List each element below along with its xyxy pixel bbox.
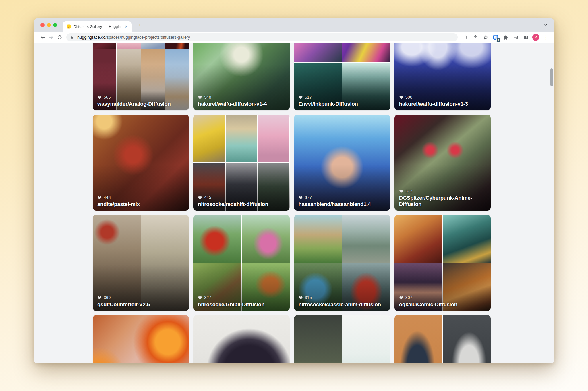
heart-icon	[299, 195, 303, 200]
back-button[interactable]	[38, 33, 47, 42]
model-image-tile	[193, 315, 289, 363]
model-image-tile	[443, 315, 491, 363]
model-card[interactable]: 500 hakurei/waifu-diffusion-v1-3	[394, 43, 491, 110]
likes-row: 445	[198, 195, 285, 200]
heart-icon	[97, 95, 102, 99]
likes-row: 307	[399, 295, 487, 300]
url-path: /spaces/huggingface-projects/diffusers-g…	[105, 35, 190, 40]
model-name: nitrosocke/classic-anim-diffusion	[299, 301, 386, 308]
zoom-magnifier-button[interactable]	[461, 33, 470, 42]
model-image-tile	[117, 43, 140, 49]
model-image-tile	[294, 43, 342, 62]
browser-menu-button[interactable]: ⋮	[541, 33, 550, 42]
forward-button[interactable]	[47, 33, 55, 42]
model-name: Envvi/Inkpunk-Diffusion	[299, 101, 386, 107]
model-card[interactable]: 315 nitrosocke/classic-anim-diffusion	[294, 215, 390, 311]
share-button[interactable]	[471, 33, 480, 42]
puzzle-icon	[503, 35, 508, 40]
profile-button[interactable]: V	[531, 33, 540, 42]
likes-row: 327	[198, 295, 285, 300]
likes-row: 377	[299, 195, 386, 200]
magnifier-icon	[463, 35, 468, 40]
card-meta: 565 wavymulder/Analog-Diffusion	[97, 95, 185, 107]
model-thumbnails	[93, 315, 189, 363]
model-card[interactable]: 372 DGSpitzer/Cyberpunk-Anime-Diffusion	[394, 115, 491, 211]
lock-icon	[70, 35, 74, 39]
address-bar[interactable]: huggingface.co/spaces/huggingface-projec…	[66, 33, 458, 41]
model-card-grid: 565 wavymulder/Analog-Diffusion 548 haku…	[93, 43, 491, 363]
likes-count: 448	[104, 195, 111, 200]
browser-titlebar: Diffusers Gallery - a Hugging F ✕ +	[34, 18, 554, 32]
window-zoom-button[interactable]	[53, 23, 57, 27]
profile-avatar: V	[532, 34, 539, 41]
page-scrollbar[interactable]	[550, 68, 553, 86]
model-image-tile	[443, 215, 491, 263]
model-card[interactable]: 307 ogkalu/Comic-Diffusion	[394, 215, 491, 311]
likes-count: 315	[305, 295, 312, 300]
likes-row: 448	[97, 195, 185, 200]
model-card[interactable]	[294, 315, 390, 363]
model-image-tile	[165, 43, 189, 49]
model-card[interactable]	[193, 315, 289, 363]
hugging-face-favicon-icon	[66, 24, 71, 29]
likes-count: 327	[204, 295, 211, 300]
forward-arrow-icon	[49, 35, 54, 40]
new-tab-button[interactable]: +	[136, 21, 144, 29]
bookmark-button[interactable]	[481, 33, 490, 42]
likes-count: 377	[305, 195, 312, 200]
card-meta: 500 hakurei/waifu-diffusion-v1-3	[399, 95, 487, 107]
card-meta: 372 DGSpitzer/Cyberpunk-Anime-Diffusion	[399, 189, 487, 207]
media-controls-button[interactable]	[511, 33, 520, 42]
model-thumbnails	[193, 315, 289, 363]
reload-button[interactable]	[55, 33, 64, 42]
extensions-button[interactable]	[501, 33, 510, 42]
password-extension-button[interactable]: 2	[491, 33, 500, 42]
model-card[interactable]: 548 hakurei/waifu-diffusion-v1-4	[193, 43, 289, 110]
model-image-tile	[258, 115, 289, 162]
likes-count: 548	[204, 95, 211, 99]
model-card[interactable]: 327 nitrosocke/Ghibli-Diffusion	[193, 215, 289, 311]
model-card[interactable]: 377 hassanblend/hassanblend1.4	[294, 115, 390, 211]
card-meta: 445 nitrosocke/redshift-diffusion	[198, 195, 285, 207]
likes-row: 372	[399, 189, 487, 193]
tab-search-chevron-icon[interactable]	[543, 23, 548, 27]
card-meta: 448 andite/pastel-mix	[97, 195, 185, 207]
card-meta: 327 nitrosocke/Ghibli-Diffusion	[198, 295, 285, 308]
window-close-button[interactable]	[40, 23, 45, 27]
tab-close-icon[interactable]: ✕	[123, 24, 129, 29]
model-name: hassanblend/hassanblend1.4	[299, 201, 386, 207]
url-host: huggingface.co	[77, 35, 105, 40]
likes-count: 369	[104, 295, 111, 300]
model-name: hakurei/waifu-diffusion-v1-3	[399, 101, 487, 107]
likes-row: 548	[198, 95, 285, 99]
model-image-tile	[294, 215, 342, 263]
model-card[interactable]: 448 andite/pastel-mix	[93, 115, 189, 211]
model-name: gsdf/Counterfeit-V2.5	[97, 301, 185, 308]
model-name: ogkalu/Comic-Diffusion	[399, 301, 487, 308]
model-card[interactable]: 445 nitrosocke/redshift-diffusion	[193, 115, 289, 211]
model-thumbnails	[394, 315, 491, 363]
model-image-tile	[93, 315, 189, 363]
heart-icon	[399, 189, 403, 193]
extension-badge: 2	[496, 38, 500, 42]
heart-icon	[399, 296, 403, 300]
model-name: wavymulder/Analog-Diffusion	[97, 101, 185, 107]
side-panel-icon	[523, 35, 529, 40]
model-card[interactable]: 369 gsdf/Counterfeit-V2.5	[93, 215, 189, 311]
model-card[interactable]: 517 Envvi/Inkpunk-Diffusion	[294, 43, 390, 110]
star-icon	[483, 35, 488, 40]
kebab-menu-icon: ⋮	[543, 35, 548, 40]
likes-row: 315	[299, 295, 386, 300]
side-panel-button[interactable]	[521, 33, 530, 42]
model-image-tile	[242, 215, 290, 263]
heart-icon	[198, 296, 202, 300]
likes-count: 307	[405, 295, 412, 300]
browser-tab[interactable]: Diffusers Gallery - a Hugging F ✕	[63, 21, 132, 32]
model-card[interactable]	[93, 315, 189, 363]
model-card[interactable]	[394, 315, 491, 363]
model-image-tile	[93, 43, 116, 49]
model-card[interactable]: 565 wavymulder/Analog-Diffusion	[93, 43, 189, 110]
card-meta: 369 gsdf/Counterfeit-V2.5	[97, 295, 185, 308]
heart-icon	[97, 296, 102, 300]
window-minimize-button[interactable]	[47, 23, 51, 27]
